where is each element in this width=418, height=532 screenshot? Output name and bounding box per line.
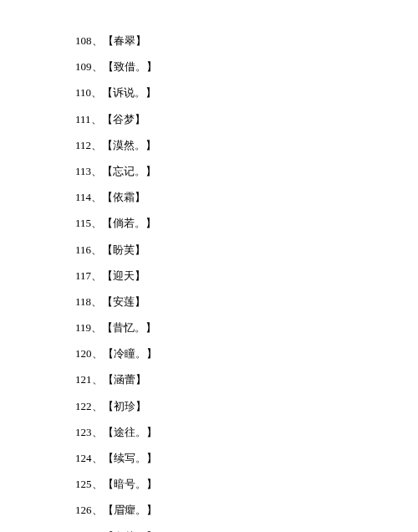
list-item: 113、【忘记。】: [75, 164, 418, 179]
item-number: 109: [75, 60, 92, 73]
numbered-list: 108、【春翠】109、【致借。】110、【诉说。】111、【谷梦】112、【漠…: [75, 33, 418, 532]
list-item: 109、【致借。】: [75, 59, 418, 74]
list-item: 114、【依霜】: [75, 190, 418, 205]
item-text: 【致借。】: [103, 60, 157, 73]
item-separator: 、: [91, 191, 102, 203]
item-separator: 、: [91, 139, 102, 151]
item-number: 111: [75, 113, 91, 125]
list-item: 108、【春翠】: [75, 33, 418, 49]
item-number: 124: [75, 452, 92, 464]
item-number: 112: [75, 139, 91, 151]
list-item: 121、【涵蕾】: [75, 372, 418, 387]
item-number: 108: [75, 34, 92, 47]
list-item: 125、【暗号。】: [75, 477, 418, 492]
item-number: 120: [75, 347, 92, 360]
item-number: 114: [75, 191, 91, 203]
list-item: 118、【安莲】: [75, 294, 418, 309]
item-number: 122: [75, 400, 92, 412]
item-separator: 、: [92, 478, 103, 490]
item-separator: 、: [92, 426, 103, 438]
item-number: 115: [75, 217, 91, 229]
item-number: 126: [75, 504, 92, 516]
item-text: 【忘记。】: [102, 165, 156, 177]
item-text: 【昔忆。】: [102, 321, 156, 334]
item-text: 【诉说。】: [102, 86, 156, 99]
item-separator: 、: [92, 452, 103, 464]
item-text: 【依霜】: [102, 191, 145, 203]
list-item: 124、【续写。】: [75, 451, 418, 466]
item-separator: 、: [91, 217, 102, 229]
item-separator: 、: [91, 113, 102, 125]
item-text: 【安莲】: [102, 295, 145, 308]
item-text: 【暗号。】: [103, 478, 157, 490]
item-separator: 、: [91, 165, 102, 177]
list-item: 120、【冷瞳。】: [75, 346, 418, 361]
item-separator: 、: [92, 373, 103, 386]
item-separator: 、: [91, 321, 102, 334]
item-separator: 、: [91, 295, 102, 308]
item-text: 【冷瞳。】: [103, 347, 157, 360]
item-text: 【春翠】: [103, 34, 146, 47]
item-text: 【途往。】: [103, 426, 157, 438]
list-item: 127、【奔赴。】: [75, 529, 418, 532]
list-item: 110、【诉说。】: [75, 85, 418, 100]
item-separator: 、: [92, 347, 103, 360]
item-text: 【涵蕾】: [103, 373, 146, 386]
item-number: 117: [75, 269, 91, 282]
item-separator: 、: [92, 34, 103, 47]
item-number: 119: [75, 321, 91, 334]
item-number: 113: [75, 165, 91, 177]
list-item: 123、【途往。】: [75, 425, 418, 440]
item-number: 125: [75, 478, 92, 490]
list-item: 117、【迎天】: [75, 269, 418, 284]
item-text: 【眉癯。】: [103, 504, 157, 516]
list-item: 115、【倘若。】: [75, 216, 418, 231]
item-number: 123: [75, 426, 92, 438]
item-separator: 、: [92, 60, 103, 73]
item-text: 【初珍】: [103, 400, 146, 412]
item-separator: 、: [91, 86, 102, 99]
item-text: 【倘若。】: [102, 217, 156, 229]
item-number: 118: [75, 295, 91, 308]
item-separator: 、: [91, 243, 102, 256]
item-text: 【迎天】: [102, 269, 145, 282]
item-separator: 、: [91, 269, 102, 282]
list-item: 111、【谷梦】: [75, 112, 418, 127]
item-separator: 、: [92, 400, 103, 412]
item-separator: 、: [92, 504, 103, 516]
item-text: 【盼芙】: [102, 243, 145, 256]
item-number: 110: [75, 86, 91, 99]
list-item: 126、【眉癯。】: [75, 503, 418, 518]
list-item: 119、【昔忆。】: [75, 320, 418, 335]
item-text: 【谷梦】: [102, 113, 145, 125]
item-text: 【漠然。】: [102, 139, 156, 151]
list-item: 112、【漠然。】: [75, 138, 418, 153]
list-item: 122、【初珍】: [75, 399, 418, 414]
item-number: 121: [75, 373, 92, 386]
item-number: 116: [75, 243, 91, 256]
item-text: 【续写。】: [103, 452, 157, 464]
list-item: 116、【盼芙】: [75, 243, 418, 258]
